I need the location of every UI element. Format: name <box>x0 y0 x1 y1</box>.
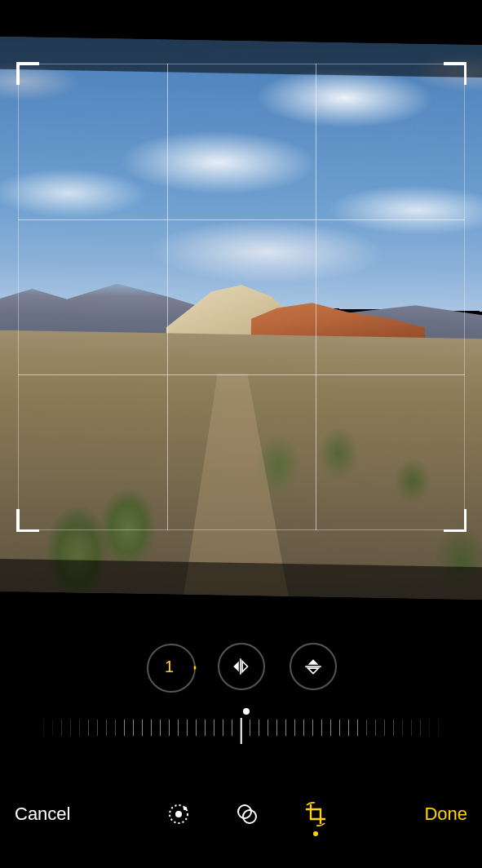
dial-value-marker <box>243 708 250 715</box>
done-button[interactable]: Done <box>424 804 467 825</box>
straighten-button[interactable]: 1 <box>146 643 193 690</box>
crop-handle-top-right[interactable] <box>444 62 467 85</box>
active-tab-indicator <box>313 831 318 836</box>
adjust-icon <box>166 802 191 826</box>
angle-dial[interactable] <box>0 708 482 757</box>
svg-point-3 <box>175 811 182 817</box>
dial-center-indicator <box>240 718 242 744</box>
photo-preview <box>0 37 482 600</box>
crop-rotate-icon <box>303 802 328 826</box>
svg-point-4 <box>184 807 188 811</box>
flip-horizontal-button[interactable] <box>218 643 265 690</box>
crop-tab[interactable] <box>302 800 329 828</box>
filters-icon <box>235 802 259 826</box>
crop-handle-bottom-left[interactable] <box>16 509 39 532</box>
crop-handle-bottom-right[interactable] <box>444 509 467 532</box>
flip-vertical-button[interactable] <box>290 643 337 690</box>
bottom-toolbar: Cancel Done <box>0 778 482 868</box>
adjust-tab[interactable] <box>165 800 192 828</box>
crop-handle-top-left[interactable] <box>16 62 39 85</box>
svg-point-0 <box>148 644 195 692</box>
flip-horizontal-icon <box>231 656 252 677</box>
straighten-tool-row: 1 <box>0 640 482 693</box>
flip-vertical-icon <box>303 656 324 677</box>
cancel-button[interactable]: Cancel <box>15 804 70 825</box>
filters-tab[interactable] <box>233 800 261 828</box>
photo-canvas[interactable] <box>0 0 482 669</box>
